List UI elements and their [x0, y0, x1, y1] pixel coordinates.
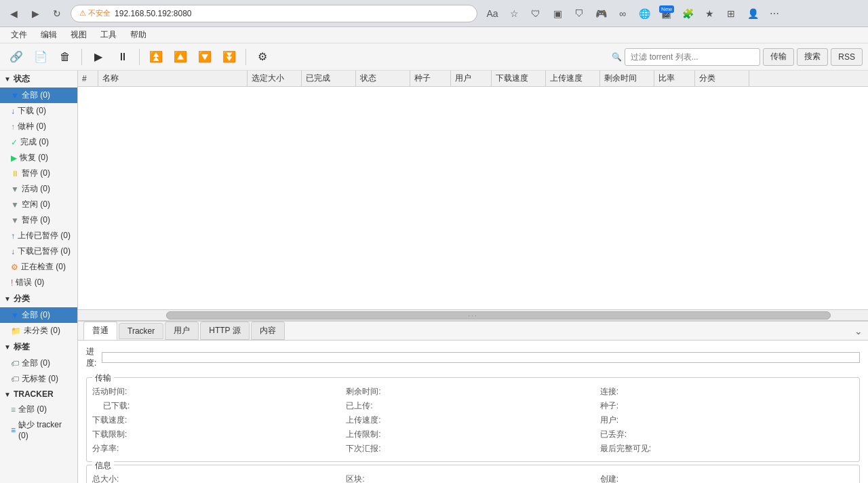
sidebar-item-cat-all[interactable]: ▼ 全部 (0)	[0, 307, 77, 323]
menu-file[interactable]: 文件	[5, 28, 33, 42]
sidebar-item-paused[interactable]: ⏸ 暂停 (0)	[0, 166, 77, 181]
sidebar-status-header[interactable]: ▼ 状态	[0, 71, 77, 88]
games-button[interactable]: 🎮	[591, 4, 610, 23]
tracker-all-icon: ≡	[11, 405, 16, 414]
star-button[interactable]: ☆	[505, 4, 524, 23]
shield2-icon[interactable]: ⛉	[570, 4, 589, 23]
move-up-button[interactable]: 🔼	[170, 47, 191, 67]
forward-button[interactable]: ▶	[27, 5, 43, 22]
col-header-eta[interactable]: 剩余时间	[600, 71, 654, 86]
col-header-dl[interactable]: 下载速度	[492, 71, 546, 86]
check-icon: ✓	[11, 138, 18, 147]
tab-general[interactable]: 普通	[83, 322, 117, 340]
settings-button[interactable]: ⚙	[252, 47, 273, 67]
col-header-cat[interactable]: 分类	[695, 71, 749, 86]
sidebar-item-downloading[interactable]: ↓ 下载 (0)	[0, 103, 77, 119]
total-size-row: 总大小:	[92, 474, 346, 483]
sidebar-item-up-paused[interactable]: ↑ 上传已暂停 (0)	[0, 228, 77, 244]
col-header-status[interactable]: 状态	[356, 71, 410, 86]
move-bottom-button[interactable]: ⏬	[218, 47, 240, 67]
pause-button[interactable]: ⏸	[112, 47, 134, 67]
sidebar: ▼ 状态 ▼ 全部 (0) ↓ 下载 (0) ↑ 做种 (0) ✓ 完成 (0)…	[0, 71, 78, 483]
col-header-ratio[interactable]: 比率	[654, 71, 695, 86]
main-layout: ▼ 状态 ▼ 全部 (0) ↓ 下载 (0) ↑ 做种 (0) ✓ 完成 (0)…	[0, 71, 868, 483]
sidebar-item-dl-paused[interactable]: ↓ 下载已暂停 (0)	[0, 244, 77, 259]
shield-icon[interactable]: 🛡	[526, 4, 545, 23]
sidebar-item-active[interactable]: ▼ 活动 (0)	[0, 181, 77, 197]
col-header-seeds[interactable]: 种子	[410, 71, 451, 86]
tab-peers[interactable]: 用户	[165, 322, 199, 340]
extensions-button[interactable]: 🧩	[678, 4, 697, 23]
horizontal-scrollbar[interactable]: ···	[78, 309, 868, 320]
move-down-button[interactable]: 🔽	[194, 47, 216, 67]
col-header-size[interactable]: 选定大小	[248, 71, 302, 86]
tab-tracker[interactable]: Tracker	[119, 323, 163, 339]
globe-button[interactable]: 🌐	[635, 4, 654, 23]
sidebar-item-notag[interactable]: 🏷 无标签 (0)	[0, 371, 77, 387]
menu-help[interactable]: 帮助	[125, 28, 152, 42]
sidebar-item-tag-all[interactable]: 🏷 全部 (0)	[0, 355, 77, 371]
expand-icon[interactable]: ⌄	[854, 326, 863, 336]
sidebar-item-checking[interactable]: ⚙ 正在检查 (0)	[0, 259, 77, 275]
active-icon: ▼	[11, 185, 19, 194]
share-ratio-row: 分享率:	[92, 443, 346, 455]
notebook-button[interactable]: 📓New	[656, 4, 675, 23]
add-file-button[interactable]: 📄	[30, 47, 52, 67]
sidebar-item-all[interactable]: ▼ 全部 (0)	[0, 88, 77, 103]
tab-http-sources[interactable]: HTTP 源	[200, 322, 249, 340]
tab-content[interactable]: 内容	[251, 322, 285, 340]
search-button[interactable]: 搜索	[797, 48, 828, 66]
scrollbar-thumb[interactable]	[166, 311, 831, 320]
address-bar[interactable]: ⚠ 不安全 192.168.50.192:8080	[71, 5, 477, 22]
menu-view[interactable]: 视图	[65, 28, 92, 42]
more-button[interactable]: ⋯	[765, 4, 784, 23]
filter-icon: ▼	[11, 91, 19, 100]
sidebar-item-tracker-all[interactable]: ≡ 全部 (0)	[0, 402, 77, 417]
search-input[interactable]	[625, 48, 760, 66]
scroll-dots: ···	[468, 311, 477, 319]
download-icon: ↓	[11, 107, 15, 116]
sidebar-category-header[interactable]: ▼ 分类	[0, 290, 77, 307]
progress-bar	[102, 352, 860, 363]
start-button[interactable]: ▶	[87, 47, 109, 67]
col-header-num[interactable]: #	[78, 71, 98, 86]
move-top-button[interactable]: ⏫	[145, 47, 167, 67]
transfer-button[interactable]: 传输	[763, 48, 794, 66]
sidebar-item-error[interactable]: ! 错误 (0)	[0, 275, 77, 290]
col-header-peers[interactable]: 用户	[451, 71, 492, 86]
browser-actions: Aa ☆ 🛡 ▣ ⛉ 🎮 ∞ 🌐 📓New 🧩 ★ ⊞ 👤 ⋯	[483, 4, 784, 23]
sidebar-item-uncat[interactable]: 📁 未分类 (0)	[0, 323, 77, 339]
sidebar-item-tracker-missing[interactable]: ≡ 缺少 tracker (0)	[0, 417, 77, 442]
pause-icon: ⏸	[11, 169, 19, 178]
sidebar-item-idle[interactable]: ▼ 空闲 (0)	[0, 197, 77, 212]
aa-button[interactable]: Aa	[483, 4, 502, 23]
back-button[interactable]: ◀	[5, 5, 22, 22]
sidebar-tracker-header[interactable]: ▼ TRACKER	[0, 387, 77, 402]
col-header-name[interactable]: 名称	[98, 71, 248, 86]
sidebar-item-seeding[interactable]: ↑ 做种 (0)	[0, 119, 77, 134]
sidebar-tags-header[interactable]: ▼ 标签	[0, 339, 77, 355]
col-header-done[interactable]: 已完成	[302, 71, 356, 86]
chevron-down-icon: ▼	[4, 75, 11, 83]
table-header: # 名称 选定大小 已完成 状态 种子 用户 下载速度 上传速度 剩余时间 比率…	[78, 71, 868, 87]
add-url-button[interactable]: 🔗	[5, 47, 27, 67]
sidebar-item-completed[interactable]: ✓ 完成 (0)	[0, 134, 77, 150]
sidebar-item-resumed[interactable]: ▶ 恢复 (0)	[0, 150, 77, 166]
sidebar-item-paused2[interactable]: ▼ 暂停 (0)	[0, 212, 77, 228]
profile-button[interactable]: 👤	[743, 4, 762, 23]
security-warning: ⚠ 不安全	[79, 8, 111, 18]
chevron-down-icon-4: ▼	[4, 391, 11, 398]
tag-all-icon: 🏷	[11, 359, 19, 368]
rss-button[interactable]: RSS	[831, 48, 863, 66]
collections-button[interactable]: ⊞	[722, 4, 741, 23]
menu-bar: 文件 编辑 视图 工具 帮助	[0, 27, 868, 43]
refresh-button[interactable]: ↻	[49, 5, 65, 22]
menu-tools[interactable]: 工具	[95, 28, 122, 42]
screenshot-button[interactable]: ▣	[548, 4, 567, 23]
col-header-ul[interactable]: 上传速度	[546, 71, 600, 86]
dl-speed-row: 下载速度:	[92, 414, 346, 426]
favorites-button[interactable]: ★	[700, 4, 719, 23]
delete-button[interactable]: 🗑	[54, 47, 76, 67]
menu-edit[interactable]: 编辑	[35, 28, 62, 42]
infinity-button[interactable]: ∞	[613, 4, 632, 23]
